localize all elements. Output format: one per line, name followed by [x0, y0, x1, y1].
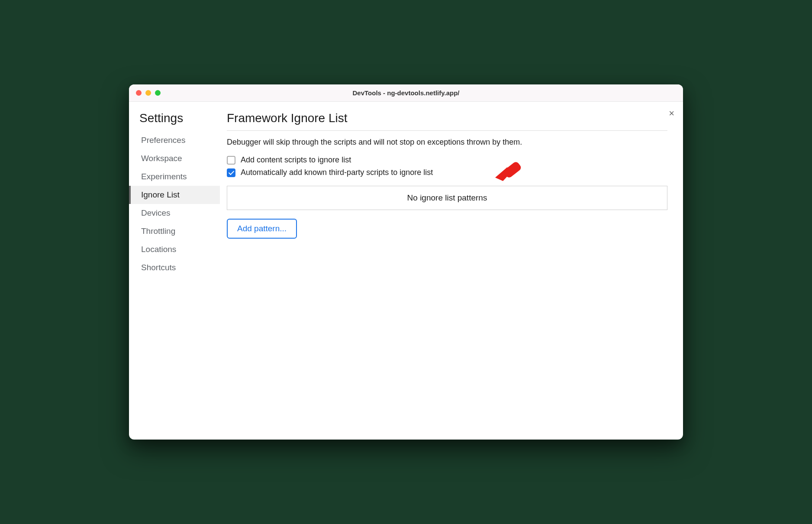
checkbox-row-content-scripts[interactable]: Add content scripts to ignore list [227, 155, 667, 165]
sidebar-item-label: Experiments [141, 172, 187, 181]
checkbox-icon[interactable] [227, 156, 235, 165]
sidebar-item-label: Workspace [141, 154, 182, 163]
window-title: DevTools - ng-devtools.netlify.app/ [353, 89, 460, 97]
sidebar-item-label: Throttling [141, 226, 175, 236]
checkbox-label: Automatically add known third-party scri… [241, 168, 433, 177]
titlebar: DevTools - ng-devtools.netlify.app/ [129, 84, 683, 102]
patterns-empty-text: No ignore list patterns [407, 193, 487, 202]
traffic-lights [136, 90, 161, 96]
checkbox-icon[interactable] [227, 168, 235, 177]
ignore-list-patterns-box: No ignore list patterns [227, 186, 667, 210]
checkbox-label: Add content scripts to ignore list [241, 155, 351, 165]
page-title: Framework Ignore List [227, 111, 667, 131]
sidebar-item-label: Preferences [141, 136, 185, 145]
sidebar-title: Settings [129, 111, 220, 131]
minimize-window-button[interactable] [145, 90, 151, 96]
sidebar-item-experiments[interactable]: Experiments [129, 168, 220, 186]
sidebar-item-label: Devices [141, 208, 171, 217]
svg-marker-0 [495, 167, 509, 181]
sidebar-item-label: Ignore List [141, 190, 180, 199]
description-text: Debugger will skip through the scripts a… [227, 138, 667, 147]
sidebar-item-shortcuts[interactable]: Shortcuts [129, 259, 220, 277]
main-panel: Framework Ignore List Debugger will skip… [220, 102, 683, 440]
close-window-button[interactable] [136, 90, 142, 96]
sidebar-item-ignore-list[interactable]: Ignore List [129, 186, 220, 204]
sidebar-item-workspace[interactable]: Workspace [129, 149, 220, 168]
sidebar-item-locations[interactable]: Locations [129, 240, 220, 259]
add-pattern-button[interactable]: Add pattern... [227, 219, 297, 239]
sidebar-item-label: Shortcuts [141, 263, 176, 272]
sidebar-item-throttling[interactable]: Throttling [129, 222, 220, 240]
settings-sidebar: Settings Preferences Workspace Experimen… [129, 102, 220, 440]
sidebar-item-devices[interactable]: Devices [129, 204, 220, 222]
content-area: × Settings Preferences Workspace Experim… [129, 102, 683, 440]
maximize-window-button[interactable] [155, 90, 161, 96]
button-label: Add pattern... [237, 224, 287, 233]
sidebar-item-preferences[interactable]: Preferences [129, 131, 220, 149]
devtools-settings-window: DevTools - ng-devtools.netlify.app/ × Se… [129, 84, 683, 440]
checkbox-row-third-party[interactable]: Automatically add known third-party scri… [227, 168, 667, 177]
sidebar-item-label: Locations [141, 245, 176, 254]
close-icon[interactable]: × [669, 109, 674, 118]
